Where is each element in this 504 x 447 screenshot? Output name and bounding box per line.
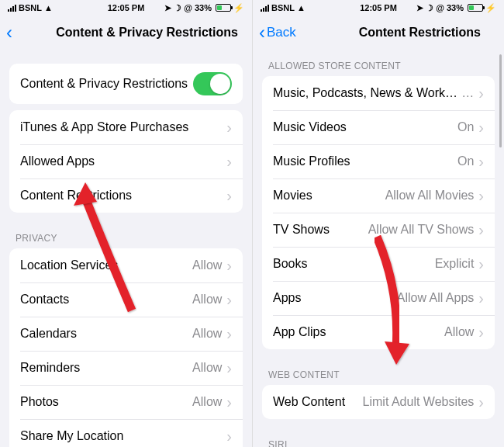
row-value: … bbox=[461, 86, 474, 100]
wifi-icon: ▲ bbox=[297, 3, 306, 12]
carrier-label: BSNL bbox=[19, 3, 42, 12]
row-label: Music, Podcasts, News & Workouts bbox=[273, 86, 461, 100]
row-value: Allow bbox=[192, 293, 222, 307]
nav-bar: ‹ Content & Privacy Restrictions bbox=[0, 16, 252, 50]
status-bar: BSNL ▲ 12:05 PM ➤ ☽ @ 33% ⚡ bbox=[0, 0, 252, 16]
chevron-right-icon: › bbox=[226, 188, 232, 203]
moon-icon: ☽ bbox=[426, 3, 433, 13]
row-label: Calendars bbox=[20, 327, 192, 341]
clock: 12:05 PM bbox=[360, 3, 397, 12]
row-music-podcasts[interactable]: Music, Podcasts, News & Workouts … › bbox=[262, 76, 495, 110]
back-button[interactable]: ‹ bbox=[6, 23, 14, 42]
row-label: Share My Location bbox=[20, 429, 222, 443]
row-contacts[interactable]: Contacts Allow › bbox=[9, 282, 243, 317]
row-content-privacy-toggle[interactable]: Content & Privacy Restrictions bbox=[9, 64, 243, 104]
chevron-right-icon: › bbox=[478, 85, 484, 101]
row-value: Allow All Apps bbox=[397, 291, 475, 305]
chevron-right-icon: › bbox=[478, 222, 484, 237]
chevron-right-icon: › bbox=[478, 394, 484, 410]
clock: 12:05 PM bbox=[108, 3, 145, 12]
scroll-area[interactable]: ALLOWED STORE CONTENT Music, Podcasts, N… bbox=[253, 50, 504, 447]
chevron-right-icon: › bbox=[226, 258, 232, 273]
row-label: Web Content bbox=[273, 395, 363, 409]
chevron-right-icon: › bbox=[478, 188, 484, 203]
chevron-right-icon: › bbox=[478, 256, 484, 272]
row-app-clips[interactable]: App Clips Allow › bbox=[262, 315, 495, 349]
row-content-restrictions[interactable]: Content Restrictions › bbox=[9, 178, 243, 213]
charging-icon: ⚡ bbox=[233, 3, 244, 13]
row-label: Contacts bbox=[20, 293, 192, 307]
chevron-right-icon: › bbox=[478, 324, 484, 340]
row-label: Music Videos bbox=[273, 120, 457, 134]
chevron-right-icon: › bbox=[226, 154, 232, 169]
store-group: iTunes & App Store Purchases › Allowed A… bbox=[9, 110, 243, 213]
row-share-my-location[interactable]: Share My Location › bbox=[9, 419, 243, 447]
battery-icon bbox=[214, 4, 231, 12]
toggle-group: Content & Privacy Restrictions bbox=[9, 64, 243, 104]
chevron-right-icon: › bbox=[226, 326, 232, 341]
section-header-privacy: PRIVACY bbox=[0, 219, 252, 248]
row-photos[interactable]: Photos Allow › bbox=[9, 385, 243, 419]
row-value: Explicit bbox=[435, 257, 475, 271]
row-value: Allow bbox=[192, 395, 222, 409]
row-label: iTunes & App Store Purchases bbox=[20, 120, 226, 134]
battery-pct: 33% bbox=[447, 3, 464, 12]
battery-pct: 33% bbox=[195, 3, 212, 12]
scroll-indicator[interactable] bbox=[499, 54, 502, 147]
row-label: Location Services bbox=[20, 258, 192, 272]
row-apps[interactable]: Apps Allow All Apps › bbox=[262, 281, 495, 315]
chevron-right-icon: › bbox=[226, 394, 232, 410]
nav-bar: ‹ Back Content Restrictions bbox=[253, 16, 504, 50]
row-label: Apps bbox=[273, 291, 397, 305]
chevron-left-icon: ‹ bbox=[6, 23, 12, 42]
row-label: Content Restrictions bbox=[20, 189, 226, 203]
row-calendars[interactable]: Calendars Allow › bbox=[9, 317, 243, 351]
row-value: Allow bbox=[192, 258, 222, 272]
chevron-right-icon: › bbox=[226, 120, 232, 135]
row-value: Allow bbox=[192, 327, 222, 341]
row-books[interactable]: Books Explicit › bbox=[262, 247, 495, 281]
row-label: TV Shows bbox=[273, 223, 368, 237]
row-value: Allow All TV Shows bbox=[368, 223, 475, 237]
chevron-right-icon: › bbox=[226, 292, 232, 307]
back-button[interactable]: ‹ Back bbox=[259, 23, 296, 42]
battery-icon bbox=[466, 4, 483, 12]
chevron-right-icon: › bbox=[478, 154, 484, 169]
row-web-content[interactable]: Web Content Limit Adult Websites › bbox=[262, 385, 495, 419]
row-tv-shows[interactable]: TV Shows Allow All TV Shows › bbox=[262, 213, 495, 247]
signal-icon bbox=[261, 5, 269, 12]
row-music-profiles[interactable]: Music Profiles On › bbox=[262, 144, 495, 178]
row-value: On bbox=[457, 154, 474, 168]
section-header-allowed: ALLOWED STORE CONTENT bbox=[253, 50, 504, 76]
row-label: Content & Privacy Restrictions bbox=[20, 77, 193, 91]
privacy-group: Location Services Allow › Contacts Allow… bbox=[9, 248, 243, 447]
battery-at-icon: @ bbox=[184, 3, 192, 12]
row-label: Photos bbox=[20, 395, 192, 409]
chevron-right-icon: › bbox=[226, 360, 232, 376]
row-itunes-app-store[interactable]: iTunes & App Store Purchases › bbox=[9, 110, 243, 144]
scroll-area[interactable]: Content & Privacy Restrictions iTunes & … bbox=[0, 50, 252, 447]
row-movies[interactable]: Movies Allow All Movies › bbox=[262, 178, 495, 213]
section-header-web: WEB CONTENT bbox=[253, 355, 504, 385]
screen-content-privacy-restrictions: BSNL ▲ 12:05 PM ➤ ☽ @ 33% ⚡ ‹ Content & … bbox=[0, 0, 252, 447]
section-header-siri: SIRI bbox=[253, 425, 504, 447]
row-value: Allow All Movies bbox=[385, 189, 475, 203]
row-reminders[interactable]: Reminders Allow › bbox=[9, 351, 243, 385]
row-value: Allow bbox=[192, 361, 222, 375]
row-allowed-apps[interactable]: Allowed Apps › bbox=[9, 144, 243, 178]
toggle-switch[interactable] bbox=[193, 72, 232, 95]
row-label: Reminders bbox=[20, 361, 192, 375]
battery-at-icon: @ bbox=[436, 3, 444, 12]
row-label: Allowed Apps bbox=[20, 154, 226, 168]
signal-icon bbox=[8, 5, 16, 12]
chevron-right-icon: › bbox=[226, 428, 232, 444]
screen-content-restrictions: BSNL ▲ 12:05 PM ➤ ☽ @ 33% ⚡ ‹ Back Conte… bbox=[252, 0, 504, 447]
row-label: App Clips bbox=[273, 325, 444, 339]
chevron-right-icon: › bbox=[478, 290, 484, 306]
carrier-label: BSNL bbox=[271, 3, 295, 12]
row-label: Books bbox=[273, 257, 435, 271]
charging-icon: ⚡ bbox=[485, 3, 496, 13]
page-title: Content & Privacy Restrictions bbox=[56, 26, 238, 40]
row-music-videos[interactable]: Music Videos On › bbox=[262, 110, 495, 144]
row-location-services[interactable]: Location Services Allow › bbox=[9, 248, 243, 282]
